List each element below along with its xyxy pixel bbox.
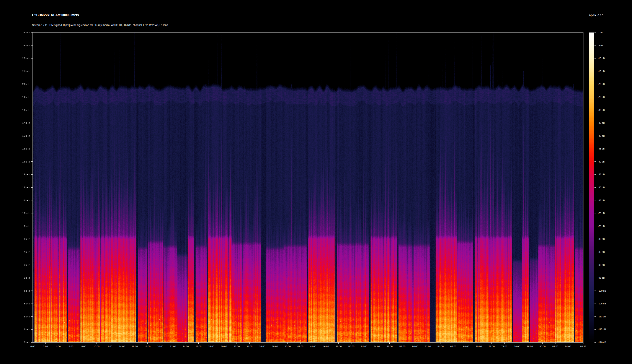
freq-tick-label: 7 kHz (8, 250, 30, 254)
time-tick (224, 342, 224, 344)
freq-tick (31, 213, 33, 214)
freq-tick-label: 2 kHz (8, 315, 30, 318)
freq-tick (31, 239, 33, 239)
time-tick (186, 342, 186, 344)
time-tick (428, 342, 428, 344)
freq-tick (31, 97, 33, 97)
db-tick (594, 84, 596, 84)
db-tick-label: -70 dB (598, 212, 605, 215)
time-tick (109, 342, 109, 344)
db-tick-label: -115 dB (598, 328, 606, 331)
db-tick (594, 304, 596, 304)
db-tick-label: -10 dB (598, 57, 605, 60)
app-brand: spek0.8.5 (589, 13, 603, 17)
db-tick-label: -55 dB (598, 173, 605, 176)
time-tick (198, 342, 199, 344)
freq-tick-label: 9 kHz (8, 225, 30, 228)
time-tick (326, 342, 326, 344)
freq-tick (31, 290, 33, 291)
db-tick-label: -25 dB (598, 96, 605, 98)
freq-tick (31, 84, 33, 84)
db-tick-label: -30 dB (598, 108, 605, 112)
freq-tick-label: 5 kHz (8, 276, 30, 279)
freq-tick-label: 18 kHz (8, 108, 30, 112)
time-tick (300, 342, 301, 344)
freq-tick-label: 1 kHz (8, 328, 30, 331)
freq-tick-label: 24 kHz (8, 31, 30, 34)
legend-colorbar (589, 32, 594, 342)
db-tick-label: -90 dB (598, 264, 605, 266)
spectrogram-canvas (33, 32, 583, 342)
db-tick-label: -5 dB (598, 44, 603, 47)
freq-tick (31, 304, 33, 304)
time-tick (173, 342, 173, 344)
time-tick (491, 342, 492, 344)
db-tick-label: -35 dB (598, 121, 605, 124)
time-tick (402, 342, 402, 344)
time-tick (96, 342, 97, 344)
db-tick (594, 58, 596, 58)
freq-tick-label: 8 kHz (8, 238, 30, 240)
freq-tick (31, 162, 33, 162)
db-tick-label: -15 dB (598, 70, 605, 73)
time-tick (453, 342, 453, 344)
db-tick-label: -20 dB (598, 82, 605, 86)
db-tick (594, 226, 596, 226)
freq-tick-label: 23 kHz (8, 44, 30, 47)
freq-tick (31, 45, 33, 46)
freq-tick (31, 71, 33, 71)
db-tick-label: -75 dB (598, 225, 605, 228)
time-tick (530, 342, 530, 344)
db-tick-label: -45 dB (598, 147, 605, 150)
time-tick-label: 86:23 (574, 345, 592, 348)
time-tick (555, 342, 555, 344)
db-tick (594, 239, 596, 239)
time-tick (466, 342, 466, 344)
freq-tick-label: 13 kHz (8, 173, 30, 176)
freq-tick-label: 12 kHz (8, 186, 30, 189)
stream-info-subtitle: Stream 1 / 1: PCM signed 16|20|24-bit bi… (32, 24, 168, 27)
freq-tick (31, 265, 33, 265)
db-tick-label: -40 dB (598, 134, 605, 137)
freq-tick-label: 22 kHz (8, 57, 30, 60)
db-tick (594, 110, 596, 110)
db-tick (594, 45, 596, 46)
time-tick (517, 342, 517, 344)
time-tick (351, 342, 351, 344)
time-tick (542, 342, 543, 344)
freq-tick (31, 123, 33, 123)
db-tick (594, 290, 596, 291)
db-tick-label: -100 dB (598, 289, 606, 292)
time-tick (504, 342, 504, 344)
freq-tick (31, 32, 33, 33)
time-tick (58, 342, 58, 344)
freq-tick-label: 0 kHz (8, 341, 30, 344)
db-tick (594, 97, 596, 97)
db-tick (594, 265, 596, 265)
freq-tick (31, 226, 33, 226)
time-tick (583, 342, 583, 344)
time-tick (389, 342, 390, 344)
db-tick-label: -65 dB (598, 199, 605, 202)
freq-tick (31, 58, 33, 58)
time-tick (147, 342, 148, 344)
freq-tick-label: 21 kHz (8, 70, 30, 73)
time-tick (122, 342, 122, 344)
app-name: spek (589, 13, 596, 17)
freq-tick (31, 278, 33, 278)
freq-tick (31, 188, 33, 188)
spek-window: E:\BDMV\STREAM\00000.m2ts Stream 1 / 1: … (0, 0, 632, 364)
time-tick (249, 342, 250, 344)
freq-tick (31, 252, 33, 252)
db-tick (594, 188, 596, 188)
time-tick (135, 342, 135, 344)
freq-tick-label: 19 kHz (8, 96, 30, 98)
db-tick-label: -110 dB (598, 315, 606, 318)
db-tick (594, 32, 596, 33)
db-tick-label: -120 dB (598, 341, 606, 344)
db-tick-label: -95 dB (598, 276, 605, 279)
freq-tick-label: 15 kHz (8, 147, 30, 150)
time-tick (568, 342, 568, 344)
time-tick (377, 342, 377, 344)
db-tick (594, 342, 596, 342)
